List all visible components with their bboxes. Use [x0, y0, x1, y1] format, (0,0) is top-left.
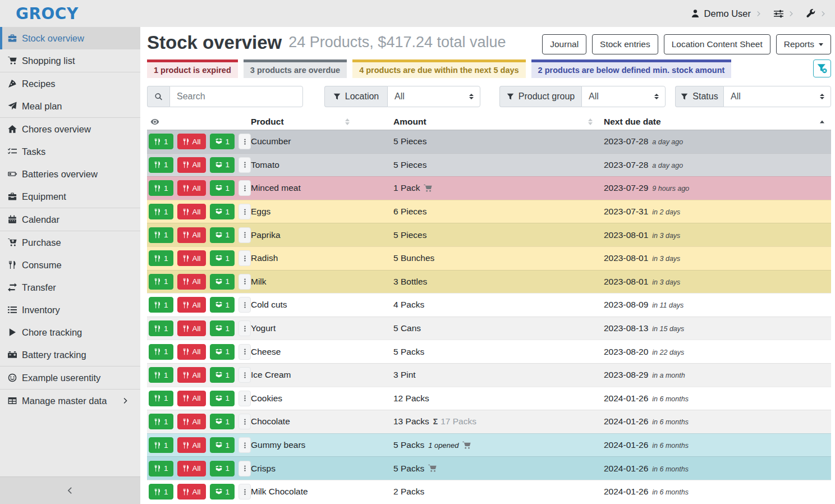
banner-belowmin[interactable]: 2 products are below defined min. stock … [531, 59, 732, 78]
consume-one-button[interactable]: 1 [149, 274, 173, 290]
consume-all-button[interactable]: All [177, 157, 206, 173]
row-menu-button[interactable] [238, 297, 251, 313]
product-name[interactable]: Cucumber [251, 136, 393, 146]
row-menu-button[interactable] [238, 414, 251, 429]
open-one-button[interactable]: 1 [210, 157, 235, 173]
consume-all-button[interactable]: All [177, 134, 206, 149]
consume-one-button[interactable]: 1 [149, 414, 173, 429]
product-name[interactable]: Minced meat [251, 183, 393, 193]
sidebar-item-purchase[interactable]: Purchase [0, 231, 140, 254]
search-input[interactable] [169, 86, 303, 107]
sidebar-item-chores-overview[interactable]: Chores overview [0, 118, 140, 140]
product-name[interactable]: Radish [251, 253, 393, 263]
consume-all-button[interactable]: All [177, 297, 206, 313]
open-one-button[interactable]: 1 [210, 367, 235, 383]
settings-menu[interactable] [774, 9, 794, 19]
sidebar-item-recipes[interactable]: Recipes [0, 72, 140, 95]
sidebar-item-tasks[interactable]: Tasks [0, 140, 140, 163]
consume-one-button[interactable]: 1 [149, 391, 173, 406]
user-menu[interactable]: Demo User [691, 8, 761, 19]
consume-one-button[interactable]: 1 [149, 367, 173, 383]
consume-one-button[interactable]: 1 [149, 134, 173, 149]
open-one-button[interactable]: 1 [210, 484, 235, 500]
sidebar-item-meal-plan[interactable]: Meal plan [0, 95, 140, 117]
amount-column-header[interactable]: Amount [393, 113, 604, 130]
row-menu-button[interactable] [238, 134, 251, 149]
row-menu-button[interactable] [238, 367, 251, 383]
journal-button[interactable]: Journal [542, 34, 586, 54]
location-content-sheet-button[interactable]: Location Content Sheet [664, 34, 770, 54]
open-one-button[interactable]: 1 [210, 204, 235, 219]
consume-one-button[interactable]: 1 [149, 320, 173, 336]
sidebar-collapse-button[interactable] [0, 476, 140, 504]
sidebar-item-transfer[interactable]: Transfer [0, 276, 140, 299]
banner-due[interactable]: 4 products are due within the next 5 day… [352, 59, 525, 78]
sidebar-item-shopping-list[interactable]: Shopping list [0, 49, 140, 72]
open-one-button[interactable]: 1 [210, 227, 235, 243]
sidebar-item-manage-master-data[interactable]: Manage master data [0, 390, 140, 412]
open-one-button[interactable]: 1 [210, 461, 235, 476]
status-select[interactable]: All [723, 86, 831, 107]
consume-all-button[interactable]: All [177, 227, 206, 243]
column-visibility-header[interactable] [147, 113, 251, 130]
row-menu-button[interactable] [238, 484, 251, 500]
consume-one-button[interactable]: 1 [149, 461, 173, 476]
sidebar-item-calendar[interactable]: Calendar [0, 208, 140, 231]
row-menu-button[interactable] [238, 204, 251, 219]
product-name[interactable]: Cookies [251, 393, 393, 404]
consume-all-button[interactable]: All [177, 344, 206, 360]
row-menu-button[interactable] [238, 391, 251, 406]
row-menu-button[interactable] [238, 274, 251, 290]
consume-all-button[interactable]: All [177, 367, 206, 383]
product-name[interactable]: Cheese [251, 347, 393, 357]
row-menu-button[interactable] [238, 227, 251, 243]
consume-all-button[interactable]: All [177, 484, 206, 500]
product-name[interactable]: Chocolate [251, 416, 393, 427]
consume-all-button[interactable]: All [177, 180, 206, 196]
consume-one-button[interactable]: 1 [149, 297, 173, 313]
consume-one-button[interactable]: 1 [149, 157, 173, 173]
product-name[interactable]: Eggs [251, 207, 393, 217]
consume-one-button[interactable]: 1 [149, 180, 173, 196]
consume-one-button[interactable]: 1 [149, 484, 173, 500]
banner-overdue[interactable]: 3 products are overdue [244, 59, 347, 78]
product-group-select[interactable]: All [581, 86, 666, 107]
row-menu-button[interactable] [238, 437, 251, 453]
sidebar-item-consume[interactable]: Consume [0, 254, 140, 276]
open-one-button[interactable]: 1 [210, 250, 235, 266]
reports-dropdown-button[interactable]: Reports [776, 34, 831, 54]
open-one-button[interactable]: 1 [210, 180, 235, 196]
open-one-button[interactable]: 1 [210, 391, 235, 406]
sidebar-item-batteries-overview[interactable]: Batteries overview [0, 163, 140, 185]
product-name[interactable]: Milk [251, 277, 393, 287]
clear-filter-button[interactable] [813, 59, 831, 77]
consume-all-button[interactable]: All [177, 391, 206, 406]
row-menu-button[interactable] [238, 250, 251, 266]
consume-one-button[interactable]: 1 [149, 204, 173, 219]
sidebar-item-stock-overview[interactable]: Stock overview [0, 27, 140, 49]
sidebar-item-equipment[interactable]: Equipment [0, 185, 140, 208]
sidebar-item-chore-tracking[interactable]: Chore tracking [0, 321, 140, 343]
sidebar-item-inventory[interactable]: Inventory [0, 299, 140, 321]
row-menu-button[interactable] [238, 320, 251, 336]
open-one-button[interactable]: 1 [210, 274, 235, 290]
open-one-button[interactable]: 1 [210, 414, 235, 429]
open-one-button[interactable]: 1 [210, 344, 235, 360]
sidebar-item-battery-tracking[interactable]: Battery tracking [0, 343, 140, 366]
consume-one-button[interactable]: 1 [149, 227, 173, 243]
location-select[interactable]: All [387, 86, 480, 107]
row-menu-button[interactable] [238, 344, 251, 360]
consume-all-button[interactable]: All [177, 320, 206, 336]
consume-one-button[interactable]: 1 [149, 344, 173, 360]
consume-all-button[interactable]: All [177, 204, 206, 219]
product-column-header[interactable]: Product [251, 113, 393, 130]
consume-all-button[interactable]: All [177, 250, 206, 266]
consume-all-button[interactable]: All [177, 414, 206, 429]
app-logo[interactable]: GROCY [16, 4, 79, 23]
admin-menu[interactable] [806, 9, 826, 18]
consume-one-button[interactable]: 1 [149, 437, 173, 453]
stock-entries-button[interactable]: Stock entries [592, 34, 658, 54]
consume-one-button[interactable]: 1 [149, 250, 173, 266]
row-menu-button[interactable] [238, 157, 251, 173]
product-name[interactable]: Ice Cream [251, 370, 393, 380]
